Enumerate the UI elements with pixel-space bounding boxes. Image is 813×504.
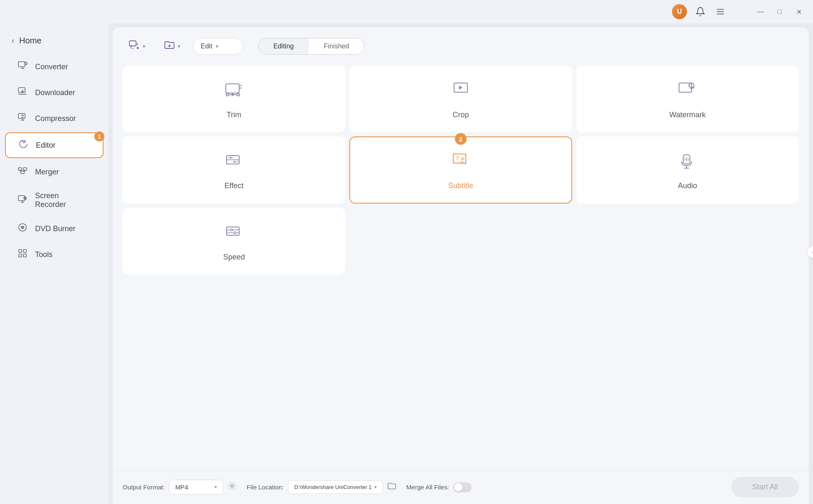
close-button[interactable]: ✕ xyxy=(793,6,805,18)
trim-label: Trim xyxy=(227,111,241,119)
speed-icon xyxy=(223,221,245,247)
svg-rect-40 xyxy=(453,154,466,163)
grid-cell-trim[interactable]: Trim xyxy=(123,66,345,132)
grid-cell-crop[interactable]: Crop xyxy=(349,66,572,132)
output-format-value: MP4 xyxy=(175,484,188,491)
sidebar-item-dvd-burner[interactable]: DVD Burner xyxy=(5,217,104,241)
subtitle-badge: 2 xyxy=(455,133,467,145)
output-format-select[interactable]: MP4 ▾ xyxy=(169,480,223,494)
sidebar-item-downloader[interactable]: Downloader xyxy=(5,81,104,105)
trim-icon xyxy=(223,79,245,105)
avatar-icon[interactable]: U xyxy=(672,4,687,19)
file-location-field: File Location: D:\Wondershare UniConvert… xyxy=(247,480,396,494)
add-folder-button[interactable]: ▾ xyxy=(158,35,186,57)
editor-icon xyxy=(18,139,29,151)
empty-cell-1 xyxy=(349,208,572,275)
main-layout: ‹ Home Converter Downloader xyxy=(0,23,813,504)
merger-icon xyxy=(17,166,28,178)
svg-rect-20 xyxy=(129,41,136,46)
crop-icon xyxy=(450,79,472,105)
sidebar-item-label-tools: Tools xyxy=(35,250,53,259)
grid-cell-subtitle[interactable]: 2 T Subtitle xyxy=(349,136,572,204)
sidebar-item-label-compressor: Compressor xyxy=(35,114,76,123)
watermark-icon: ≡≡ xyxy=(677,79,698,105)
edit-dropdown[interactable]: Edit ▾ xyxy=(193,38,243,55)
sidebar-item-label-dvd-burner: DVD Burner xyxy=(35,224,76,233)
tab-group: Editing Finished xyxy=(258,38,364,55)
grid-cell-watermark[interactable]: ≡≡ Watermark xyxy=(576,66,799,132)
merge-files-toggle[interactable] xyxy=(453,482,472,492)
maximize-button[interactable]: □ xyxy=(774,6,785,18)
svg-rect-5 xyxy=(18,88,25,93)
sidebar: ‹ Home Converter Downloader xyxy=(0,23,109,504)
subtitle-label: Subtitle xyxy=(448,181,473,190)
start-all-button[interactable]: Start All xyxy=(731,477,799,497)
titlebar: U — □ ✕ xyxy=(0,0,813,23)
sidebar-item-tools[interactable]: Tools xyxy=(5,242,104,267)
output-settings-icon[interactable] xyxy=(227,481,237,493)
sidebar-item-label-merger: Merger xyxy=(35,168,59,176)
svg-point-37 xyxy=(233,161,235,163)
sidebar-item-label-converter: Converter xyxy=(35,63,68,71)
grid-cell-speed[interactable]: Speed xyxy=(123,208,345,275)
file-location-folder-icon[interactable] xyxy=(387,481,396,493)
sidebar-item-compressor[interactable]: Compressor xyxy=(5,106,104,131)
menu-icon[interactable] xyxy=(714,5,727,18)
svg-marker-28 xyxy=(459,86,462,90)
sidebar-item-editor[interactable]: Editor 1 xyxy=(5,132,104,158)
svg-point-25 xyxy=(226,93,229,96)
converter-icon xyxy=(17,60,28,73)
svg-point-26 xyxy=(237,93,240,96)
minimize-button[interactable]: — xyxy=(755,6,766,18)
output-format-field: Output Format: MP4 ▾ xyxy=(123,480,237,494)
file-location-select[interactable]: D:\Wondershare UniConverter 1 ▾ xyxy=(288,480,383,494)
empty-cell-2 xyxy=(576,208,799,275)
tools-icon xyxy=(17,248,28,261)
watermark-label: Watermark xyxy=(669,111,706,119)
add-file-icon xyxy=(129,39,140,53)
tab-editing[interactable]: Editing xyxy=(258,38,309,54)
svg-rect-18 xyxy=(19,254,22,257)
svg-point-12 xyxy=(25,198,25,199)
editor-badge: 1 xyxy=(94,131,104,141)
sidebar-item-label-screen-recorder: Screen Recorder xyxy=(35,192,92,209)
add-file-arrow-icon: ▾ xyxy=(143,43,145,49)
grid-row-1: Trim Crop xyxy=(123,66,799,132)
dvd-burner-icon xyxy=(17,222,28,235)
grid-cell-audio[interactable]: Audio xyxy=(576,136,799,204)
effect-label: Effect xyxy=(225,181,244,190)
svg-text:T: T xyxy=(456,156,460,161)
svg-rect-21 xyxy=(226,84,239,93)
grid-cell-effect[interactable]: Effect xyxy=(123,136,345,204)
svg-rect-17 xyxy=(23,249,26,252)
file-location-arrow-icon: ▾ xyxy=(374,484,377,490)
home-label: Home xyxy=(19,36,41,45)
add-file-button[interactable]: ▾ xyxy=(123,35,151,57)
toolbar: ▾ ▾ Edit ▾ Editing xyxy=(113,28,809,61)
svg-point-51 xyxy=(234,232,236,234)
sidebar-item-converter[interactable]: Converter xyxy=(5,55,104,79)
tab-finished[interactable]: Finished xyxy=(309,38,364,54)
merge-files-field: Merge All Files: xyxy=(406,482,472,492)
svg-rect-47 xyxy=(227,227,239,235)
sidebar-item-screen-recorder[interactable]: Screen Recorder xyxy=(5,186,104,215)
sidebar-home[interactable]: ‹ Home xyxy=(0,32,109,50)
notification-icon[interactable] xyxy=(694,5,707,18)
file-location-label: File Location: xyxy=(247,484,284,491)
add-folder-arrow-icon: ▾ xyxy=(178,43,180,49)
audio-label: Audio xyxy=(678,181,697,190)
titlebar-icons: U xyxy=(672,4,727,19)
svg-rect-7 xyxy=(18,168,22,170)
subtitle-icon: T xyxy=(450,150,472,176)
merge-files-label: Merge All Files: xyxy=(406,484,449,491)
sidebar-item-label-editor: Editor xyxy=(36,141,56,150)
svg-rect-16 xyxy=(19,249,22,252)
grid-row-2: Effect 2 T Subtitle xyxy=(123,136,799,204)
effect-icon xyxy=(223,150,245,176)
back-arrow-icon: ‹ xyxy=(12,36,14,45)
sidebar-item-merger[interactable]: Merger xyxy=(5,160,104,184)
speed-label: Speed xyxy=(223,253,245,262)
crop-label: Crop xyxy=(452,111,469,119)
add-folder-icon xyxy=(164,39,175,53)
compressor-icon xyxy=(17,112,28,125)
